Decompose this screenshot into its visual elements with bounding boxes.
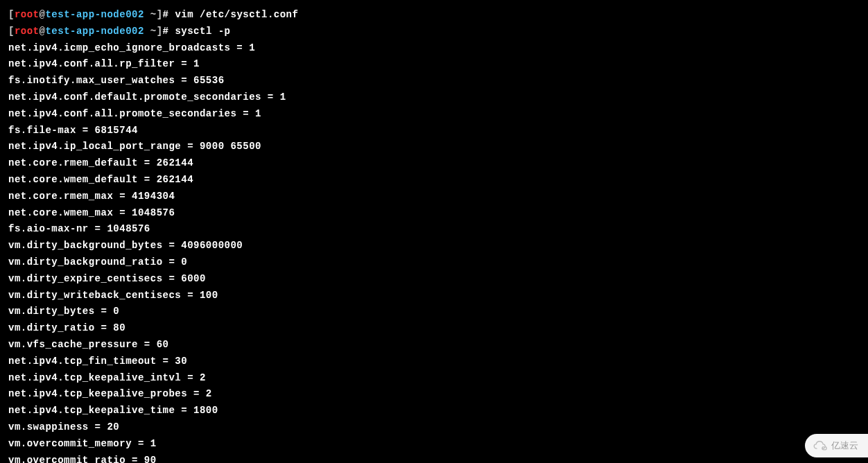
output-line: vm.dirty_bytes = 0 xyxy=(8,304,860,320)
prompt-hostname: test-app-node002 xyxy=(45,26,144,37)
output-line: net.ipv4.conf.all.rp_filter = 1 xyxy=(8,56,860,73)
bracket-close: ] xyxy=(157,26,163,37)
output-line: vm.overcommit_ratio = 90 xyxy=(8,453,860,463)
prompt-hash: # xyxy=(163,26,175,37)
prompt-tilde: ~ xyxy=(144,9,157,20)
bracket-open: [ xyxy=(8,9,15,20)
output-line: net.core.rmem_default = 262144 xyxy=(8,155,860,172)
output-line: fs.file-max = 6815744 xyxy=(8,123,860,139)
output-line: fs.aio-max-nr = 1048576 xyxy=(8,221,860,238)
output-line: net.core.rmem_max = 4194304 xyxy=(8,189,860,205)
output-line: net.core.wmem_max = 1048576 xyxy=(8,205,860,222)
output-line: net.core.wmem_default = 262144 xyxy=(8,172,860,189)
output-line: vm.dirty_background_ratio = 0 xyxy=(8,254,860,271)
output-line: vm.dirty_expire_centisecs = 6000 xyxy=(8,271,860,288)
prompt-hash: # xyxy=(163,9,175,20)
prompt-user: root xyxy=(15,26,40,37)
output-line: net.ipv4.ip_local_port_range = 9000 6550… xyxy=(8,139,860,155)
output-line: net.ipv4.tcp_fin_timeout = 30 xyxy=(8,353,860,370)
output-line: fs.inotify.max_user_watches = 65536 xyxy=(8,73,860,89)
output-line: vm.overcommit_memory = 1 xyxy=(8,436,860,453)
prompt-line-1: [root@test-app-node002 ~]# vim /etc/sysc… xyxy=(8,7,860,24)
output-line: net.ipv4.tcp_keepalive_intvl = 2 xyxy=(8,370,860,387)
bracket-close: ] xyxy=(157,9,163,20)
prompt-hostname: test-app-node002 xyxy=(45,9,144,20)
output-line: net.ipv4.tcp_keepalive_time = 1800 xyxy=(8,403,860,419)
cloud-icon xyxy=(813,440,827,451)
output-line: net.ipv4.icmp_echo_ignore_broadcasts = 1 xyxy=(8,40,860,57)
watermark-text: 亿速云 xyxy=(831,438,858,453)
output-line: vm.dirty_background_bytes = 4096000000 xyxy=(8,238,860,254)
output-line: vm.dirty_writeback_centisecs = 100 xyxy=(8,288,860,304)
output-container: net.ipv4.icmp_echo_ignore_broadcasts = 1… xyxy=(8,40,860,463)
prompt-tilde: ~ xyxy=(144,26,157,37)
output-line: vm.swappiness = 20 xyxy=(8,419,860,436)
watermark-badge: 亿速云 xyxy=(805,434,868,457)
output-line: net.ipv4.conf.default.promote_secondarie… xyxy=(8,89,860,106)
prompt-user: root xyxy=(15,9,40,20)
command-2: sysctl -p xyxy=(175,26,230,37)
command-1: vim /etc/sysctl.conf xyxy=(175,9,298,20)
output-line: vm.vfs_cache_pressure = 60 xyxy=(8,337,860,353)
terminal-area[interactable]: [root@test-app-node002 ~]# vim /etc/sysc… xyxy=(8,7,860,463)
bracket-open: [ xyxy=(8,26,15,37)
prompt-line-2: [root@test-app-node002 ~]# sysctl -p xyxy=(8,24,860,40)
output-line: vm.dirty_ratio = 80 xyxy=(8,320,860,337)
output-line: net.ipv4.conf.all.promote_secondaries = … xyxy=(8,106,860,123)
output-line: net.ipv4.tcp_keepalive_probes = 2 xyxy=(8,386,860,403)
